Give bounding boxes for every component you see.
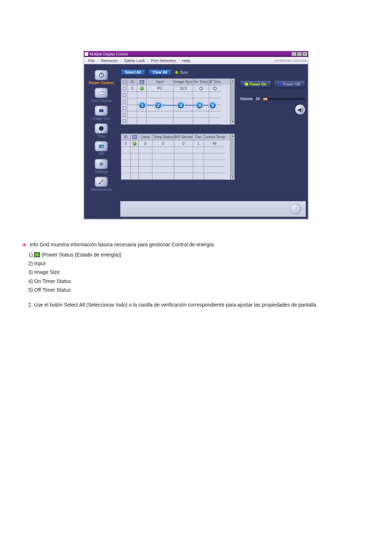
menu-help[interactable]: Help bbox=[179, 58, 193, 63]
scrollbar[interactable]: ▲ ▼ bbox=[230, 79, 234, 124]
menu-file[interactable]: File bbox=[85, 58, 98, 63]
sidebar-item-pip[interactable]: PIP bbox=[95, 141, 108, 156]
off-timer-off-icon bbox=[213, 87, 217, 90]
status-col-icon bbox=[132, 135, 137, 139]
speaker-icon[interactable]: ◀) bbox=[295, 104, 305, 115]
sidebar-item-maintenance[interactable]: Maintenance bbox=[91, 177, 111, 192]
busy-label: Busy bbox=[180, 70, 188, 74]
row-checkbox[interactable] bbox=[123, 87, 126, 90]
col-input: Input bbox=[147, 79, 173, 85]
menu-safety-lock[interactable]: Safety Lock bbox=[121, 58, 148, 63]
clear-all-button[interactable]: Clear All bbox=[149, 69, 171, 75]
select-all-button[interactable]: Select All bbox=[121, 69, 145, 75]
input-source-icon bbox=[95, 88, 108, 98]
cell-br-senser: 0 bbox=[174, 140, 193, 147]
cell-current-temp: 49 bbox=[204, 140, 225, 147]
volume-slider[interactable] bbox=[263, 98, 305, 100]
volume-row: Volume 10 bbox=[240, 97, 305, 101]
sidebar-item-label: Input Source bbox=[91, 99, 112, 103]
item1-suffix: (Power Status (Estado de energía)) bbox=[41, 252, 121, 258]
row-checkbox[interactable] bbox=[123, 100, 126, 103]
svg-point-8 bbox=[100, 163, 102, 165]
power-off-label: Power Off bbox=[283, 82, 300, 86]
row-checkbox[interactable] bbox=[123, 119, 126, 123]
maximize-button[interactable]: □ bbox=[297, 52, 302, 56]
item4: 4) On Timer Status bbox=[28, 277, 370, 285]
power-status-on-icon bbox=[140, 87, 144, 90]
scroll-down-icon[interactable]: ▼ bbox=[230, 175, 234, 180]
cell-fan: 1 bbox=[193, 140, 204, 147]
sidebar-item-label: Time bbox=[97, 134, 105, 138]
cell-image-size: 16:9 bbox=[173, 85, 193, 92]
item3: 3) Image Size bbox=[28, 268, 370, 276]
col-on-timer: On Timer bbox=[193, 79, 209, 85]
volume-label: Volume bbox=[240, 97, 253, 101]
row-checkbox[interactable] bbox=[123, 93, 126, 97]
window-buttons: _ □ × bbox=[291, 52, 307, 56]
sidebar-item-image-size[interactable]: Image Size bbox=[92, 106, 110, 120]
app-window: Multiple Display Control _ □ × File Remo… bbox=[83, 51, 309, 219]
description-block: ★ Info Grid muestra información básica n… bbox=[22, 240, 370, 309]
minimize-button[interactable]: _ bbox=[291, 52, 297, 56]
busy-indicator: Busy bbox=[175, 70, 188, 74]
scroll-up-icon[interactable]: ▲ bbox=[230, 79, 234, 83]
power-icon bbox=[95, 70, 108, 80]
annotation-3: 3 bbox=[177, 101, 185, 109]
close-button[interactable]: × bbox=[302, 52, 307, 56]
col-current-temp: Current Temp. bbox=[204, 134, 225, 140]
power-status-inline-icon bbox=[34, 252, 40, 257]
header-checkbox[interactable] bbox=[123, 80, 126, 84]
menubar: File Remocon Safety Lock Port Selection … bbox=[84, 57, 308, 64]
annotation-1: 1 bbox=[138, 101, 146, 109]
sidebar-item-label: Power Control bbox=[89, 81, 114, 85]
svg-rect-2 bbox=[99, 92, 103, 95]
star-icon: ★ bbox=[22, 240, 27, 250]
time-icon bbox=[95, 123, 108, 134]
sidebar-item-label: Settings bbox=[95, 170, 108, 174]
col-fan: Fan bbox=[193, 134, 204, 140]
col-temp-status: Temp.Status bbox=[152, 134, 174, 140]
power-off-button[interactable]: Power Off bbox=[274, 80, 305, 88]
settings-icon bbox=[95, 159, 108, 169]
item5: 5) Off Timer Status bbox=[28, 286, 370, 294]
scroll-down-icon[interactable]: ▼ bbox=[230, 120, 234, 124]
col-id: ID bbox=[128, 79, 137, 85]
power-status-col-icon bbox=[140, 80, 144, 84]
power-off-dot-icon bbox=[279, 83, 282, 86]
col-image-size: Image Size bbox=[173, 79, 193, 85]
menu-port-selection[interactable]: Port Selection bbox=[148, 58, 179, 63]
scroll-up-icon[interactable]: ▲ bbox=[230, 134, 234, 138]
col-br-senser: B/R Senser bbox=[174, 134, 193, 140]
row-checkbox[interactable] bbox=[123, 113, 126, 116]
item1-prefix: 1) bbox=[28, 252, 34, 258]
status-on-icon bbox=[133, 142, 136, 145]
desc-intro: Info Grid muestra información básica nec… bbox=[30, 242, 215, 247]
item2: 2) Input bbox=[28, 259, 370, 267]
sidebar-item-settings[interactable]: Settings bbox=[95, 159, 108, 174]
status-strip: ! bbox=[120, 201, 306, 217]
col-lamp: Lamp bbox=[139, 134, 152, 140]
menu-remocon[interactable]: Remocon bbox=[98, 58, 121, 63]
power-on-button[interactable]: Power On bbox=[240, 80, 271, 88]
right-panel: Power On Power Off Volume 10 ◀) bbox=[237, 64, 308, 219]
col-id: ID bbox=[121, 134, 131, 140]
sidebar-item-label: Maintenance bbox=[91, 188, 111, 192]
sidebar-item-time[interactable]: Time bbox=[95, 123, 108, 138]
sidebar-item-label: PIP bbox=[98, 152, 104, 156]
cell-id: 0 bbox=[128, 85, 137, 92]
window-title: Multiple Display Control bbox=[90, 52, 128, 56]
power-on-dot-icon bbox=[245, 83, 248, 86]
sidebar-item-power-control[interactable]: Power Control bbox=[89, 70, 114, 85]
cell-lamp: 0 bbox=[139, 140, 152, 147]
sidebar-item-label: Image Size bbox=[92, 116, 110, 120]
app-icon bbox=[85, 52, 88, 56]
annotation-5: 5 bbox=[209, 101, 217, 109]
sidebar-item-input-source[interactable]: Input Source bbox=[91, 88, 112, 103]
scrollbar[interactable]: ▲ ▼ bbox=[230, 134, 234, 180]
row-checkbox[interactable] bbox=[123, 106, 126, 110]
annotation-4: 4 bbox=[196, 101, 204, 109]
brand-label: SAMSUNG DIGITall bbox=[275, 59, 307, 62]
cell-id: 0 bbox=[121, 140, 131, 147]
alert-icon: ! bbox=[290, 204, 301, 214]
info-grid-bottom: ID Lamp Temp.Status B/R Senser Fan Curre… bbox=[121, 134, 235, 180]
